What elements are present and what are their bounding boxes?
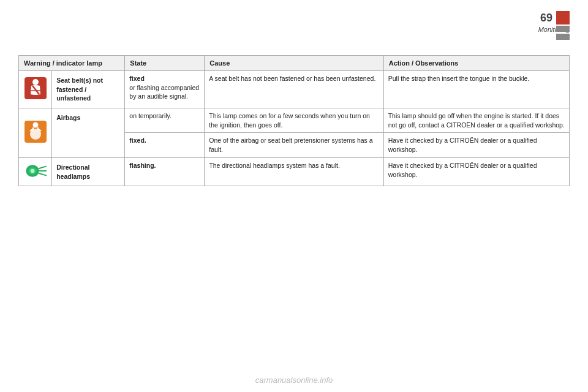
table-row: Directional headlamps flashing. The dire… xyxy=(19,157,570,186)
headlamp-action: Have it checked by a CITROËN dealer or a… xyxy=(383,157,569,186)
table-row: Seat belt(s) not fastened / unfastened f… xyxy=(19,71,570,108)
seatbelt-cause: A seat belt has not been fastened or has… xyxy=(205,71,383,108)
header-lamp: Warning / indicator lamp xyxy=(19,56,125,71)
airbag-action-1: This lamp should go off when the engine … xyxy=(383,108,569,133)
svg-line-14 xyxy=(39,166,45,168)
seatbelt-state: fixed or flashing accompanied by an audi… xyxy=(125,71,205,108)
headlamp-icon xyxy=(24,162,47,179)
airbag-icon-cell xyxy=(19,108,52,158)
side-rect-1 xyxy=(556,26,570,32)
page-number: 69 xyxy=(540,12,552,24)
header-state: State xyxy=(125,56,205,71)
table-row: Airbags on temporarily. This lamp comes … xyxy=(19,108,570,133)
seatbelt-icon xyxy=(24,77,47,99)
page-color-block xyxy=(556,11,570,24)
svg-point-5 xyxy=(32,123,38,128)
warning-table: Warning / indicator lamp State Cause Act… xyxy=(18,55,570,186)
airbag-cause-2: One of the airbag or seat belt pretensio… xyxy=(205,133,383,157)
watermark: carmanualsonline.info xyxy=(0,375,588,385)
airbag-state-1: on temporarily. xyxy=(125,108,205,133)
table-header-row: Warning / indicator lamp State Cause Act… xyxy=(19,56,570,71)
side-navigation-rects xyxy=(556,26,570,40)
seatbelt-label: Seat belt(s) not fastened / unfastened xyxy=(52,71,125,108)
side-rect-2 xyxy=(556,34,570,40)
header-action: Action / Observations xyxy=(383,56,569,71)
airbag-icon xyxy=(24,121,47,143)
svg-point-13 xyxy=(30,168,34,173)
airbag-cause-1: This lamp comes on for a few seconds whe… xyxy=(205,108,383,133)
seatbelt-icon-cell xyxy=(19,71,52,108)
headlamp-label: Directional headlamps xyxy=(52,157,125,186)
header-cause: Cause xyxy=(205,56,383,71)
svg-line-16 xyxy=(39,173,45,175)
svg-point-1 xyxy=(32,79,39,85)
airbag-action-2: Have it checked by a CITROËN dealer or a… xyxy=(383,133,569,157)
headlamp-state: flashing. xyxy=(125,157,205,186)
seatbelt-action: Pull the strap then insert the tongue in… xyxy=(383,71,569,108)
headlamp-cause: The directional headlamps system has a f… xyxy=(205,157,383,186)
airbag-state-2: fixed. xyxy=(125,133,205,157)
airbag-label: Airbags xyxy=(52,108,125,158)
headlamp-icon-cell xyxy=(19,157,52,186)
warning-table-container: Warning / indicator lamp State Cause Act… xyxy=(18,55,570,186)
